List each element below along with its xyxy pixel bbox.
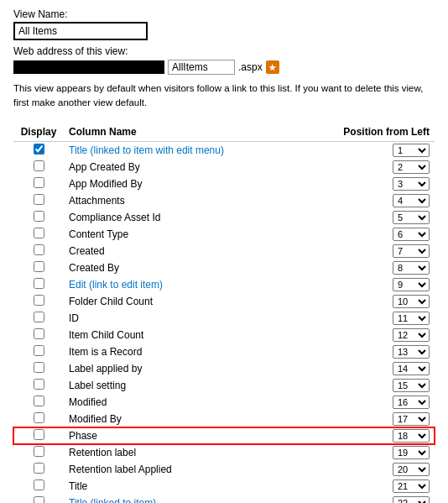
display-cell[interactable] <box>13 495 64 504</box>
position-select[interactable]: 123456789101112131415161718192021222324 <box>393 412 430 426</box>
display-cell[interactable] <box>13 327 64 343</box>
display-cell[interactable] <box>13 293 64 310</box>
position-select[interactable]: 123456789101112131415161718192021222324 <box>393 261 430 275</box>
column-name-link[interactable]: Title (linked to item) <box>69 497 156 504</box>
display-cell[interactable] <box>13 310 64 327</box>
column-name-cell: Modified <box>64 394 334 411</box>
position-select[interactable]: 123456789101112131415161718192021222324 <box>393 429 430 443</box>
position-select[interactable]: 123456789101112131415161718192021222324 <box>393 312 430 325</box>
display-checkbox[interactable] <box>34 194 44 205</box>
display-checkbox[interactable] <box>34 446 44 457</box>
display-cell[interactable] <box>13 394 64 411</box>
display-cell[interactable] <box>13 461 64 478</box>
position-cell[interactable]: 123456789101112131415161718192021222324 <box>334 327 435 343</box>
display-checkbox[interactable] <box>34 412 44 423</box>
display-cell[interactable] <box>13 141 64 159</box>
position-cell[interactable]: 123456789101112131415161718192021222324 <box>334 176 435 192</box>
position-cell[interactable]: 123456789101112131415161718192021222324 <box>334 343 435 360</box>
display-checkbox[interactable] <box>34 312 44 322</box>
display-checkbox[interactable] <box>34 278 44 289</box>
display-cell[interactable] <box>13 209 64 226</box>
position-cell[interactable]: 123456789101112131415161718192021222324 <box>334 276 435 293</box>
column-name-cell[interactable]: Edit (link to edit item) <box>64 276 334 293</box>
rss-icon[interactable]: ★ <box>266 60 279 74</box>
column-name-cell[interactable]: Title (linked to item) <box>64 495 334 504</box>
position-cell[interactable]: 123456789101112131415161718192021222324 <box>334 377 435 394</box>
position-cell[interactable]: 123456789101112131415161718192021222324 <box>334 360 435 377</box>
display-cell[interactable] <box>13 411 64 427</box>
position-cell[interactable]: 123456789101112131415161718192021222324 <box>334 226 435 243</box>
display-checkbox[interactable] <box>34 379 44 390</box>
position-select[interactable]: 123456789101112131415161718192021222324 <box>393 160 430 174</box>
position-select[interactable]: 123456789101112131415161718192021222324 <box>393 244 430 258</box>
display-cell[interactable] <box>13 176 64 192</box>
position-cell[interactable]: 123456789101112131415161718192021222324 <box>334 444 435 461</box>
display-checkbox[interactable] <box>34 463 44 474</box>
position-cell[interactable]: 123456789101112131415161718192021222324 <box>334 427 435 444</box>
display-cell[interactable] <box>13 360 64 377</box>
position-cell[interactable]: 123456789101112131415161718192021222324 <box>334 259 435 276</box>
position-select[interactable]: 123456789101112131415161718192021222324 <box>393 396 430 409</box>
display-cell[interactable] <box>13 226 64 243</box>
display-checkbox[interactable] <box>34 396 44 406</box>
display-cell[interactable] <box>13 444 64 461</box>
position-select[interactable]: 123456789101112131415161718192021222324 <box>393 144 430 157</box>
display-cell[interactable] <box>13 159 64 176</box>
position-select[interactable]: 123456789101112131415161718192021222324 <box>393 345 430 359</box>
position-cell[interactable]: 123456789101112131415161718192021222324 <box>334 394 435 411</box>
display-checkbox[interactable] <box>34 177 44 188</box>
display-checkbox[interactable] <box>34 211 44 222</box>
position-cell[interactable]: 123456789101112131415161718192021222324 <box>334 478 435 495</box>
position-cell[interactable]: 123456789101112131415161718192021222324 <box>334 141 435 159</box>
position-cell[interactable]: 123456789101112131415161718192021222324 <box>334 495 435 504</box>
position-select[interactable]: 123456789101112131415161718192021222324 <box>393 194 430 207</box>
position-cell[interactable]: 123456789101112131415161718192021222324 <box>334 310 435 327</box>
display-cell[interactable] <box>13 427 64 444</box>
column-name-link[interactable]: Edit (link to edit item) <box>69 279 163 291</box>
position-select[interactable]: 123456789101112131415161718192021222324 <box>393 463 430 476</box>
column-name-cell[interactable]: Title (linked to item with edit menu) <box>64 141 334 159</box>
column-name-link[interactable]: Title (linked to item with edit menu) <box>69 144 224 156</box>
display-checkbox[interactable] <box>34 479 44 490</box>
display-checkbox[interactable] <box>34 345 44 356</box>
display-checkbox[interactable] <box>34 144 44 155</box>
display-checkbox[interactable] <box>34 328 44 339</box>
table-row: Item is a Record123456789101112131415161… <box>13 343 435 360</box>
view-name-input[interactable] <box>13 22 148 40</box>
display-cell[interactable] <box>13 478 64 495</box>
position-cell[interactable]: 123456789101112131415161718192021222324 <box>334 461 435 478</box>
position-select[interactable]: 123456789101112131415161718192021222324 <box>393 328 430 342</box>
display-cell[interactable] <box>13 259 64 276</box>
position-cell[interactable]: 123456789101112131415161718192021222324 <box>334 243 435 259</box>
position-select[interactable]: 123456789101112131415161718192021222324 <box>393 228 430 241</box>
position-cell[interactable]: 123456789101112131415161718192021222324 <box>334 411 435 427</box>
display-cell[interactable] <box>13 377 64 394</box>
web-address-field[interactable] <box>168 60 235 75</box>
column-name-cell: App Created By <box>64 159 334 176</box>
display-checkbox[interactable] <box>34 228 44 238</box>
display-checkbox[interactable] <box>34 160 44 171</box>
display-cell[interactable] <box>13 243 64 259</box>
position-select[interactable]: 123456789101112131415161718192021222324 <box>393 278 430 291</box>
position-cell[interactable]: 123456789101112131415161718192021222324 <box>334 293 435 310</box>
display-checkbox[interactable] <box>34 496 44 504</box>
display-cell[interactable] <box>13 343 64 360</box>
display-cell[interactable] <box>13 192 64 209</box>
display-checkbox[interactable] <box>34 429 44 440</box>
display-checkbox[interactable] <box>34 261 44 272</box>
position-select[interactable]: 123456789101112131415161718192021222324 <box>393 362 430 375</box>
position-select[interactable]: 123456789101112131415161718192021222324 <box>393 177 430 191</box>
position-select[interactable]: 123456789101112131415161718192021222324 <box>393 446 430 459</box>
position-cell[interactable]: 123456789101112131415161718192021222324 <box>334 192 435 209</box>
position-select[interactable]: 123456789101112131415161718192021222324 <box>393 295 430 308</box>
display-checkbox[interactable] <box>34 244 44 255</box>
position-select[interactable]: 123456789101112131415161718192021222324 <box>393 379 430 392</box>
position-select[interactable]: 123456789101112131415161718192021222324 <box>393 211 430 224</box>
display-cell[interactable] <box>13 276 64 293</box>
display-checkbox[interactable] <box>34 295 44 306</box>
position-cell[interactable]: 123456789101112131415161718192021222324 <box>334 159 435 176</box>
position-cell[interactable]: 123456789101112131415161718192021222324 <box>334 209 435 226</box>
position-select[interactable]: 123456789101112131415161718192021222324 <box>393 496 430 504</box>
position-select[interactable]: 123456789101112131415161718192021222324 <box>393 479 430 493</box>
display-checkbox[interactable] <box>34 362 44 373</box>
